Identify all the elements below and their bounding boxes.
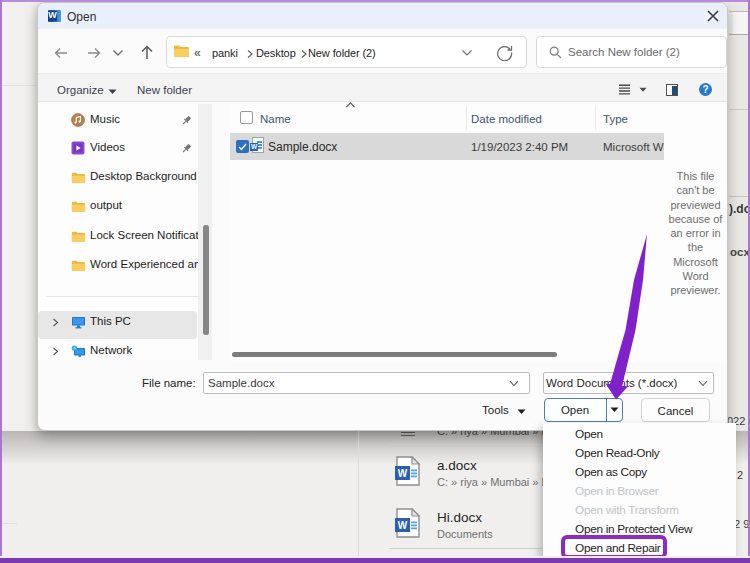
- svg-text:W: W: [398, 520, 408, 531]
- svg-text:W: W: [398, 468, 408, 479]
